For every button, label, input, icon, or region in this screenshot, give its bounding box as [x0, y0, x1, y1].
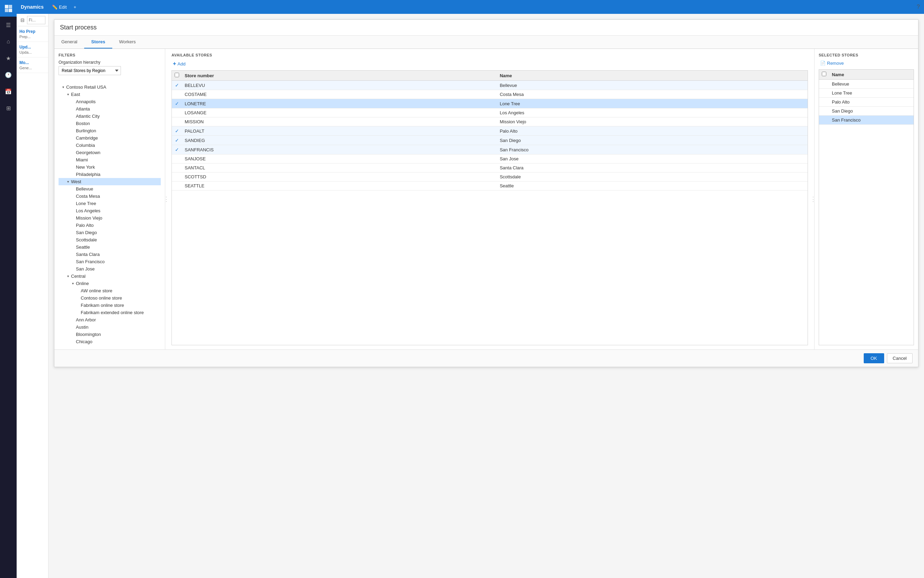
tree-item-scottsdale[interactable]: Scottsdale [59, 236, 161, 244]
tree-item-philadelphia[interactable]: Philadelphia [59, 171, 161, 178]
store-name-cell: Seattle [497, 182, 808, 190]
search-input[interactable] [27, 16, 46, 24]
nav-menu-icon[interactable]: ☰ [0, 16, 16, 33]
app-logo[interactable] [0, 0, 16, 16]
tree-item-cambridge[interactable]: Cambridge [59, 135, 161, 142]
remove-button[interactable]: 📄 Remove [819, 60, 914, 67]
tree-item-new-york[interactable]: New York [59, 164, 161, 171]
tree-item-seattle[interactable]: Seattle [59, 244, 161, 251]
store-name-cell: Los Angeles [497, 109, 808, 117]
tree-item-austin[interactable]: Austin [59, 323, 161, 331]
tree-toggle-icon[interactable]: ▾ [65, 179, 70, 184]
tab-stores[interactable]: Stores [84, 36, 112, 49]
selected-stores-pane: SELECTED STORES 📄 Remove [814, 49, 918, 349]
tree-item-fabrikam-online[interactable]: Fabrikam online store [59, 302, 161, 309]
tree-item-costa-mesa[interactable]: Costa Mesa [59, 193, 161, 200]
tree-toggle-icon[interactable]: ▾ [61, 85, 65, 90]
tree-item-west[interactable]: ▾West [59, 178, 161, 185]
list-item[interactable]: Mo... Gene... [16, 57, 48, 73]
edit-button[interactable]: ✏️ Edit [49, 3, 69, 11]
tree-item-atlantic-city[interactable]: Atlantic City [59, 112, 161, 120]
tree-item-santa-clara[interactable]: Santa Clara [59, 251, 161, 258]
tree-item-bloomington[interactable]: Bloomington [59, 331, 161, 338]
tree-item-central[interactable]: ▾Central [59, 273, 161, 280]
nav-favorites-icon[interactable]: ★ [0, 50, 16, 67]
list-item[interactable]: Upd... Upda... [16, 42, 48, 57]
tree-toggle-icon[interactable]: ▾ [70, 281, 75, 286]
tree-item-miami[interactable]: Miami [59, 156, 161, 164]
table-row[interactable]: COSTAMECosta Mesa [172, 90, 808, 99]
tree-item-ann-arbor[interactable]: Ann Arbor [59, 316, 161, 323]
tree-toggle-icon[interactable]: ▾ [65, 92, 70, 97]
help-icon[interactable]: ? [917, 4, 920, 10]
table-row[interactable]: Bellevue [819, 80, 914, 89]
table-row[interactable]: ✓SANFRANCISSan Francisco [172, 145, 808, 154]
table-row[interactable]: ✓BELLEVUBellevue [172, 81, 808, 90]
tree-item-atlanta[interactable]: Atlanta [59, 105, 161, 112]
row-check-cell: ✓ [172, 99, 182, 109]
nav-calendar-icon[interactable]: 📅 [0, 83, 16, 100]
tree-item-online[interactable]: ▾Online [59, 280, 161, 287]
tab-workers[interactable]: Workers [112, 36, 143, 49]
nav-modules-icon[interactable]: ⊞ [0, 100, 16, 116]
tree-item-san-diego[interactable]: San Diego [59, 229, 161, 236]
list-item[interactable]: Ho Prep Prep... [16, 26, 48, 42]
table-row[interactable]: ✓SANDIEGSan Diego [172, 136, 808, 145]
tree-item-annapolis[interactable]: Annapolis [59, 98, 161, 105]
row-check-cell [819, 116, 829, 125]
tree-item-contoso-online[interactable]: Contoso online store [59, 294, 161, 302]
table-row[interactable]: Lone Tree [819, 89, 914, 97]
table-row[interactable]: LOSANGELos Angeles [172, 109, 808, 117]
table-row[interactable]: SANJOSESan Jose [172, 154, 808, 164]
row-check-cell [172, 117, 182, 127]
tree-label: Santa Clara [76, 252, 100, 257]
nav-home-icon[interactable]: ⌂ [0, 33, 16, 50]
dialog-footer: OK Cancel [54, 349, 918, 367]
svg-rect-3 [9, 9, 12, 12]
tree-item-east[interactable]: ▾East [59, 91, 161, 98]
row-check-cell: ✓ [172, 145, 182, 154]
selected-store-name-cell: Lone Tree [829, 89, 914, 97]
tree-label: Fabrikam extended online store [81, 310, 144, 315]
process-item-title: Ho Prep [20, 29, 46, 34]
select-all-checkbox[interactable] [175, 73, 179, 77]
tree-item-aw-online[interactable]: AW online store [59, 287, 161, 294]
table-row[interactable]: San Diego [819, 107, 914, 116]
tree-label: San Jose [76, 266, 94, 271]
org-hierarchy-select[interactable]: Retail Stores by Region [59, 66, 121, 75]
tree-item-burlington[interactable]: Burlington [59, 127, 161, 135]
store-number-cell: SCOTTSD [182, 172, 497, 182]
svg-rect-0 [5, 5, 8, 8]
select-all-selected-checkbox[interactable] [822, 72, 826, 76]
tab-general[interactable]: General [54, 36, 84, 49]
table-row[interactable]: SCOTTSDScottsdale [172, 172, 808, 182]
table-row[interactable]: ✓LONETRELone Tree [172, 99, 808, 109]
tree-item-bellevue[interactable]: Bellevue [59, 185, 161, 193]
table-row[interactable]: SANTACLSanta Clara [172, 164, 808, 172]
table-row[interactable]: SEATTLESeattle [172, 182, 808, 190]
tree-item-san-jose[interactable]: San Jose [59, 265, 161, 273]
tree-item-contoso[interactable]: ▾Contoso Retail USA [59, 83, 161, 91]
table-row[interactable]: Palo Alto [819, 97, 914, 107]
filter-button[interactable]: ⊟ [20, 16, 26, 24]
tree-item-fabrikam-extended[interactable]: Fabrikam extended online store [59, 309, 161, 316]
add-stores-button[interactable]: + Add [171, 60, 187, 68]
tree-item-mission-viejo[interactable]: Mission Viejo [59, 214, 161, 222]
tree-item-los-angeles[interactable]: Los Angeles [59, 207, 161, 214]
nav-recent-icon[interactable]: 🕐 [0, 67, 16, 83]
tree-toggle-icon[interactable]: ▾ [65, 274, 70, 279]
table-row[interactable]: San Francisco [819, 116, 914, 125]
tree-item-columbia[interactable]: Columbia [59, 142, 161, 149]
add-button[interactable]: + [71, 3, 79, 11]
table-row[interactable]: ✓PALOALTPalo Alto [172, 127, 808, 136]
table-row[interactable]: MISSIONMission Viejo [172, 117, 808, 127]
tree-item-lone-tree[interactable]: Lone Tree [59, 200, 161, 207]
ok-button[interactable]: OK [864, 353, 884, 363]
tree-item-palo-alto[interactable]: Palo Alto [59, 222, 161, 229]
store-name-cell: San Diego [497, 136, 808, 145]
tree-item-georgetown[interactable]: Georgetown [59, 149, 161, 156]
tree-item-boston[interactable]: Boston [59, 120, 161, 127]
cancel-button[interactable]: Cancel [887, 353, 913, 363]
tree-item-san-francisco[interactable]: San Francisco [59, 258, 161, 265]
tree-item-chicago[interactable]: Chicago [59, 338, 161, 345]
